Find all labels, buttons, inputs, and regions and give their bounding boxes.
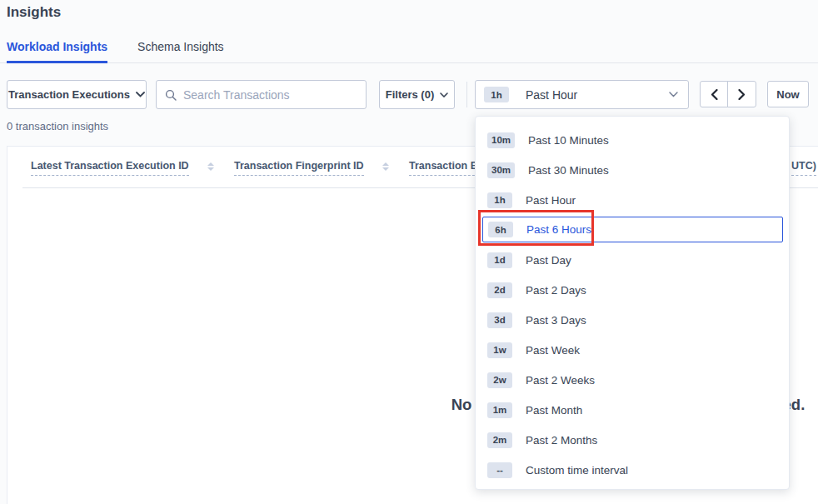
time-option-1m[interactable]: 1mPast Month <box>476 395 789 425</box>
now-button[interactable]: Now <box>767 81 809 107</box>
column-header-4[interactable]: UTC) <box>791 160 816 176</box>
time-option-badge: 30m <box>487 162 515 178</box>
time-option-label: Past 10 Minutes <box>528 134 609 147</box>
time-next-button[interactable] <box>727 81 756 107</box>
time-interval-menu: 10mPast 10 Minutes30mPast 30 Minutes1hPa… <box>475 116 790 490</box>
time-option-label: Past 2 Weeks <box>526 374 595 387</box>
time-option-2w[interactable]: 2wPast 2 Weeks <box>476 365 789 395</box>
column-label: Transaction Fingerprint ID <box>234 160 364 176</box>
filters-label: Filters (0) <box>386 88 435 101</box>
search-box[interactable] <box>156 80 367 109</box>
time-option-6h[interactable]: 6hPast 6 Hours <box>482 217 783 242</box>
time-option-2m[interactable]: 2mPast 2 Months <box>476 425 789 455</box>
time-option-badge: 1m <box>487 402 512 418</box>
time-interval-dropdown-trigger[interactable]: 1h Past Hour <box>475 80 689 109</box>
time-option-30m[interactable]: 30mPast 30 Minutes <box>476 155 789 185</box>
time-option-custom[interactable]: --Custom time interval <box>476 455 789 485</box>
time-option-label: Past 6 Hours <box>526 223 591 236</box>
entity-type-label: Transaction Executions <box>8 88 130 101</box>
time-option-badge: -- <box>487 462 512 478</box>
sort-icon <box>207 162 214 171</box>
time-option-badge: 3d <box>487 312 512 328</box>
time-interval-label: Past Hour <box>526 88 577 102</box>
chevron-right-icon <box>738 89 746 100</box>
time-option-label: Past Hour <box>526 194 576 207</box>
time-option-label: Past 2 Days <box>526 284 586 297</box>
time-option-badge: 2m <box>487 432 512 448</box>
column-label: Transaction Ex <box>409 160 483 176</box>
chevron-down-icon <box>136 92 145 97</box>
toolbar-divider <box>466 82 467 107</box>
insights-page: Insights Workload Insights Schema Insigh… <box>0 0 818 504</box>
chevron-down-icon <box>440 92 448 97</box>
time-option-badge: 1h <box>487 192 512 208</box>
time-option-label: Past 3 Days <box>526 314 586 327</box>
time-option-label: Past 30 Minutes <box>528 164 609 177</box>
column-header-2[interactable]: Transaction Fingerprint ID <box>234 160 389 176</box>
time-interval-badge: 1h <box>484 87 509 102</box>
page-title: Insights <box>7 4 61 21</box>
time-option-1d[interactable]: 1dPast Day <box>476 245 789 275</box>
column-header-3[interactable]: Transaction Ex <box>409 160 483 176</box>
tab-bar: Workload Insights Schema Insights <box>0 35 818 63</box>
tab-workload-insights[interactable]: Workload Insights <box>7 35 107 63</box>
column-label: Latest Transaction Execution ID <box>31 160 189 176</box>
sort-icon <box>382 162 389 171</box>
time-option-label: Past Day <box>526 254 571 267</box>
time-option-10m[interactable]: 10mPast 10 Minutes <box>476 125 789 155</box>
insights-count: 0 transaction insights <box>7 120 108 132</box>
time-option-badge: 6h <box>488 222 513 237</box>
time-option-label: Past Week <box>526 344 580 357</box>
time-option-badge: 1w <box>487 342 512 358</box>
time-prev-button[interactable] <box>700 81 729 107</box>
time-option-label: Custom time interval <box>526 464 628 477</box>
time-option-label: Past 2 Months <box>526 434 597 447</box>
chevron-left-icon <box>711 89 718 100</box>
column-header-1[interactable]: Latest Transaction Execution ID <box>31 160 214 176</box>
time-option-badge: 1d <box>487 252 512 268</box>
time-option-badge: 2w <box>487 372 512 388</box>
time-option-2d[interactable]: 2dPast 2 Days <box>476 275 789 305</box>
time-option-3d[interactable]: 3dPast 3 Days <box>476 305 789 335</box>
time-option-1h[interactable]: 1hPast Hour <box>476 185 789 215</box>
chevron-down-icon <box>669 92 678 97</box>
time-option-1w[interactable]: 1wPast Week <box>476 335 789 365</box>
filters-button[interactable]: Filters (0) <box>379 80 455 109</box>
time-option-badge: 10m <box>487 132 515 148</box>
search-icon <box>165 89 177 101</box>
tab-schema-insights[interactable]: Schema Insights <box>137 35 224 62</box>
column-label: UTC) <box>791 160 816 176</box>
entity-type-dropdown[interactable]: Transaction Executions <box>7 80 147 109</box>
time-option-badge: 2d <box>487 282 512 298</box>
time-option-label: Past Month <box>526 404 582 417</box>
search-input[interactable] <box>183 88 357 102</box>
